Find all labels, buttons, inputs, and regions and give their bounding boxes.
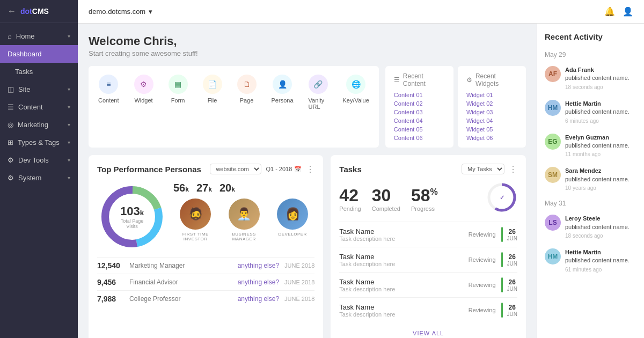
widget-link-04[interactable]: Widget 04 <box>466 117 493 124</box>
avatar-evelyn-guzman: EG <box>545 134 561 150</box>
activity-date-may29: May 29 <box>537 48 644 62</box>
shortcut-vanity-url[interactable]: 🔗 Vanity URL <box>301 70 335 143</box>
persona-person-2: 27k <box>196 182 212 194</box>
more-icon[interactable]: ⋮ <box>306 164 314 174</box>
task-date-badge-4: 26 JUN <box>507 304 517 317</box>
notification-icon[interactable]: 🔔 <box>604 6 615 17</box>
back-icon[interactable]: ← <box>8 6 16 16</box>
sidebar-item-system[interactable]: ⚙System ▾ <box>0 169 78 187</box>
widget-link-05[interactable]: Widget 05 <box>466 126 493 133</box>
persona-table-row-2: 9,456 Financial Advisor anything else? J… <box>97 274 314 290</box>
task-row-1: Task Name Task description here Reviewin… <box>339 222 517 247</box>
domain-label: demo.dotcms.com <box>89 8 145 16</box>
domain-chevron: ▾ <box>149 8 152 16</box>
task-date-line-1 <box>501 227 503 242</box>
shortcuts-panel: ≡ Content ⚙ Widget ▤ Form 📄 File <box>89 66 379 148</box>
shortcut-page[interactable]: 🗋 Page <box>230 70 264 143</box>
task-date-line-2 <box>501 252 503 267</box>
chevron-icon: ▾ <box>68 139 70 145</box>
progress-circle: ✓ <box>486 182 517 215</box>
tasks-panel-header: Tasks My Tasks ⋮ <box>339 164 517 174</box>
shortcut-file[interactable]: 📄 File <box>195 70 230 143</box>
sidebar-item-home[interactable]: ⌂Home ▾ <box>0 27 78 45</box>
personas-site-select[interactable]: website.com <box>210 164 261 174</box>
activity-item-hettie2: HM Hettie Martin published content name.… <box>537 244 644 278</box>
activity-text-sara: Sara Mendez published content name. 10 y… <box>565 167 630 192</box>
personas-date-select[interactable]: Q1 - 2018 📅 <box>266 166 302 173</box>
activity-item-sara: SM Sara Mendez published content name. 1… <box>537 163 644 196</box>
sidebar-item-content[interactable]: ☰Content ▾ <box>0 98 78 116</box>
recent-activity-title: Recent Activity <box>537 32 644 48</box>
task-date-1: 26 JUN <box>501 227 517 242</box>
view-all-label: VIEW ALL <box>413 330 444 336</box>
task-date-badge-3: 26 JUN <box>507 278 517 292</box>
activity-item-evelyn: EG Evelyn Guzman published content name.… <box>537 129 644 163</box>
widget-link-02[interactable]: Widget 02 <box>466 100 493 107</box>
home-icon: ⌂ <box>8 32 12 40</box>
donut-chart: 103k Total Page Visits <box>97 182 167 252</box>
persona-avatars: 🧔 FIRST TIME INVESTOR 👨‍💼 BUSINESS MANAG… <box>173 199 314 241</box>
recent-widgets-icon: ⚙ <box>466 76 472 84</box>
donut-center: 103k Total Page Visits <box>115 204 150 229</box>
sidebar-item-site[interactable]: ◫Site ▾ <box>0 80 78 98</box>
sidebar: ← dotCMS ⌂Home ▾ Dashboard Tasks ◫Site ▾… <box>0 0 78 338</box>
user-icon[interactable]: 👤 <box>623 6 633 17</box>
task-date-3: 26 JUN <box>501 277 517 292</box>
task-row-2: Task Name Task description here Reviewin… <box>339 247 517 272</box>
widget-link-01[interactable]: Widget 01 <box>466 92 493 98</box>
content-link-02[interactable]: Content 02 <box>394 100 423 107</box>
shortcut-persona[interactable]: 👤 Persona <box>264 70 301 143</box>
content-link-06[interactable]: Content 06 <box>394 135 423 141</box>
widget-link-03[interactable]: Widget 03 <box>466 109 493 115</box>
content-link-04[interactable]: Content 04 <box>394 117 423 124</box>
persona-person-1: 56k <box>173 182 189 194</box>
chevron-icon: ▾ <box>68 104 70 110</box>
content-link-05[interactable]: Content 05 <box>394 126 423 133</box>
tasks-more-icon[interactable]: ⋮ <box>509 164 517 174</box>
chevron-icon: ▾ <box>68 122 70 128</box>
tasks-stat-progress: 58% Progress <box>411 186 438 212</box>
main-panels: Top Performance Personas website.com Q1 … <box>89 155 526 338</box>
tasks-panel-title: Tasks <box>339 165 361 174</box>
avatar-hettie-martin-1: HM <box>545 100 561 116</box>
welcome-subtitle: Start creating some awesome stuff! <box>89 49 526 57</box>
activity-item-ada: AF Ada Frank published content name. 18 … <box>537 62 644 95</box>
site-icon: ◫ <box>8 85 14 93</box>
sidebar-item-dashboard[interactable]: Dashboard <box>0 45 78 63</box>
shortcut-content[interactable]: ≡ Content <box>91 70 127 143</box>
recent-content-icon: ☰ <box>394 76 400 84</box>
sidebar-nav: ⌂Home ▾ Dashboard Tasks ◫Site ▾ ☰Content… <box>0 23 78 338</box>
content-link-03[interactable]: Content 03 <box>394 109 423 115</box>
persona-persons-row: 56k 27k 20k <box>173 182 314 194</box>
activity-item-leroy: LS Leroy Steele published content name. … <box>537 210 644 244</box>
task-date-badge-2: 26 JUN <box>507 253 517 267</box>
activity-item-hettie1: HM Hettie Martin published content name.… <box>537 95 644 129</box>
content-shortcut-icon: ≡ <box>99 75 118 94</box>
activity-text-evelyn: Evelyn Guzman published content name. 11… <box>565 134 630 159</box>
recent-activity-panel: Recent Activity May 29 AF Ada Frank publ… <box>537 24 644 338</box>
personas-panel-header: Top Performance Personas website.com Q1 … <box>97 164 314 174</box>
svg-text:✓: ✓ <box>500 194 504 201</box>
chevron-icon: ▾ <box>68 175 70 181</box>
shortcuts-recent-row: ≡ Content ⚙ Widget ▤ Form 📄 File <box>89 66 526 148</box>
tasks-panel-controls: My Tasks ⋮ <box>462 164 517 174</box>
content-link-01[interactable]: Content 01 <box>394 92 423 98</box>
domain-selector[interactable]: demo.dotcms.com ▾ <box>89 8 152 16</box>
shortcut-form[interactable]: ▤ Form <box>161 70 195 143</box>
tasks-filter-select[interactable]: My Tasks <box>462 164 504 174</box>
widget-link-06[interactable]: Widget 06 <box>466 135 493 141</box>
sidebar-header: ← dotCMS <box>0 0 78 23</box>
topbar: demo.dotcms.com ▾ 🔔 👤 <box>78 0 644 24</box>
sidebar-item-types-tags[interactable]: ⊞Types & Tags ▾ <box>0 134 78 151</box>
tasks-panel: Tasks My Tasks ⋮ 42 Pending <box>331 155 526 338</box>
sidebar-item-dev-tools[interactable]: ⚙Dev Tools ▾ <box>0 151 78 169</box>
persona-shortcut-icon: 👤 <box>273 75 292 94</box>
shortcut-widget[interactable]: ⚙ Widget <box>127 70 161 143</box>
task-info-1: Task Name Task description here <box>339 227 463 242</box>
recent-cards: ☰ Recent Content Content 01 Content 02 C… <box>385 66 526 148</box>
shortcut-key-value[interactable]: 🌐 Key/Value <box>335 70 377 143</box>
view-all-button[interactable]: VIEW ALL <box>339 322 517 337</box>
sidebar-item-tasks[interactable]: Tasks <box>0 63 78 80</box>
main-area: demo.dotcms.com ▾ 🔔 👤 Welcome Chris, Sta… <box>78 0 644 338</box>
sidebar-item-marketing[interactable]: ◎Marketing ▾ <box>0 116 78 134</box>
